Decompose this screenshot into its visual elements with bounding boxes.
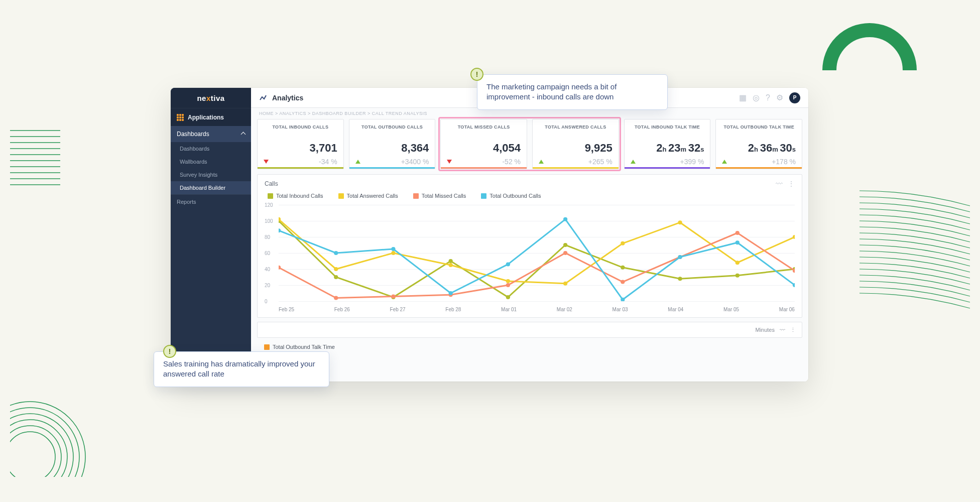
kpi-card[interactable]: TOTAL INBOUND CALLS3,701-34 % (257, 119, 344, 169)
kpi-card[interactable]: TOTAL ANSWERED CALLS9,925+265 % (532, 119, 619, 169)
data-point[interactable] (621, 241, 625, 245)
trend-up-icon (631, 160, 636, 164)
legend-item[interactable]: Total Answered Calls (338, 193, 398, 199)
kpi-card[interactable]: TOTAL OUTBOUND TALK TIME2h 36m 30s+178 % (715, 119, 802, 169)
data-point[interactable] (334, 296, 338, 300)
y-axis-tick: 40 (265, 267, 270, 272)
alert-icon: ! (470, 68, 483, 81)
trend-down-icon (264, 160, 269, 164)
view-icon[interactable]: ◎ (753, 93, 760, 102)
data-point[interactable] (678, 220, 682, 224)
data-point[interactable] (736, 261, 740, 265)
main-area: Analytics ▦ ◎ ? ⚙ P HOME > ANALYTICS > D… (251, 88, 808, 382)
data-point[interactable] (563, 282, 567, 286)
data-point[interactable] (449, 259, 453, 263)
sidebar-item-survey-insights[interactable]: Survey Insights (171, 168, 251, 181)
decor-arc (819, 10, 930, 85)
kpi-card[interactable]: TOTAL INBOUND TALK TIME2h 23m 32s+399 % (624, 119, 711, 169)
data-point[interactable] (449, 291, 453, 295)
trend-up-icon (722, 160, 727, 164)
callout-text: Sales training has dramatically improved… (163, 359, 315, 378)
kpi-title: TOTAL MISSED CALLS (447, 124, 521, 136)
legend-swatch (413, 193, 419, 199)
sidebar-item-dashboards[interactable]: Dashboards (171, 142, 251, 155)
data-point[interactable] (678, 277, 682, 281)
kpi-card[interactable]: TOTAL MISSED CALLS4,054-52 % (440, 119, 527, 169)
kpi-accent-bar (349, 167, 435, 169)
kpi-title: TOTAL INBOUND TALK TIME (631, 124, 704, 136)
kpi-card[interactable]: TOTAL OUTBOUND CALLS8,364+3400 % (349, 119, 436, 169)
data-point[interactable] (736, 240, 740, 244)
data-point[interactable] (736, 231, 740, 235)
data-point[interactable] (506, 262, 510, 266)
calls-chart-panel: Calls 〰 ⋮ Total Inbound CallsTotal Answe… (257, 174, 802, 318)
chart-type-icon[interactable]: 〰 (776, 180, 783, 188)
apps-grid-icon (177, 114, 184, 121)
data-point[interactable] (563, 243, 567, 247)
chart-legend: Total Inbound CallsTotal Answered CallsT… (265, 188, 795, 203)
kpi-delta-row: +178 % (722, 158, 796, 166)
kpi-accent-bar (533, 167, 619, 169)
data-point[interactable] (391, 251, 395, 255)
data-point[interactable] (621, 280, 625, 284)
y-axis-tick: 80 (265, 234, 270, 240)
series-line (279, 221, 795, 297)
data-point[interactable] (563, 251, 567, 255)
legend-item[interactable]: Total Missed Calls (413, 193, 466, 199)
brand-logo: nextiva (171, 88, 251, 108)
calendar-icon[interactable]: ▦ (739, 93, 747, 102)
data-point[interactable] (391, 247, 395, 251)
chevron-up-icon (241, 132, 246, 137)
sidebar-section-dashboards[interactable]: Dashboards (171, 126, 251, 142)
chart-menu-icon[interactable]: ⋮ (790, 327, 796, 333)
kpi-title: TOTAL ANSWERED CALLS (539, 124, 612, 136)
legend-label: Total Missed Calls (422, 193, 466, 199)
legend-item[interactable]: Total Outbound Calls (481, 193, 541, 199)
callout-marketing: ! The marketing campaign needs a bit of … (477, 74, 668, 110)
sidebar-applications[interactable]: Applications (171, 108, 251, 126)
sidebar-item-dashboard-builder[interactable]: Dashboard Builder (171, 181, 251, 194)
chart-menu-icon[interactable]: ⋮ (788, 180, 795, 188)
data-point[interactable] (678, 255, 682, 259)
svg-point-12 (10, 414, 73, 477)
chart-area: 020406080100120Feb 25Feb 26Feb 27Feb 28M… (265, 205, 795, 310)
minutes-label: Minutes (755, 327, 775, 333)
data-point[interactable] (334, 251, 338, 255)
kpi-delta: +3400 % (401, 158, 429, 166)
kpi-accent-bar (625, 167, 710, 169)
x-axis-tick: Feb 28 (445, 307, 461, 312)
kpi-delta-row: -52 % (447, 158, 521, 166)
y-axis-tick: 100 (265, 218, 273, 224)
kpi-accent-bar (716, 167, 802, 169)
legend-item[interactable]: Total Inbound Calls (268, 193, 323, 199)
sidebar: nextiva Applications Dashboards Dashboar… (171, 88, 251, 382)
data-point[interactable] (621, 266, 625, 270)
data-point[interactable] (506, 279, 510, 283)
kpi-value: 8,364 (355, 142, 429, 155)
legend-label: Total Outbound Talk Time (273, 344, 335, 350)
sidebar-reports-label: Reports (177, 199, 196, 205)
data-point[interactable] (391, 294, 395, 298)
sidebar-item-reports[interactable]: Reports (171, 194, 251, 208)
sidebar-item-wallboards[interactable]: Wallboards (171, 155, 251, 168)
data-point[interactable] (506, 283, 510, 287)
help-icon[interactable]: ? (766, 93, 770, 102)
data-point[interactable] (506, 295, 510, 299)
data-point[interactable] (334, 267, 338, 271)
kpi-delta-row: +265 % (539, 158, 612, 166)
chart-type-icon[interactable]: 〰 (780, 327, 785, 333)
x-axis-labels: Feb 25Feb 26Feb 27Feb 28Mar 01Mar 02Mar … (279, 307, 795, 312)
trend-down-icon (447, 160, 452, 164)
data-point[interactable] (334, 275, 338, 279)
data-point[interactable] (449, 263, 453, 267)
y-axis-tick: 60 (265, 250, 270, 256)
settings-icon[interactable]: ⚙ (776, 93, 783, 102)
x-axis-tick: Mar 05 (723, 307, 739, 312)
svg-point-10 (10, 402, 85, 477)
data-point[interactable] (736, 274, 740, 278)
kpi-value: 4,054 (447, 142, 521, 155)
x-axis-tick: Mar 03 (612, 307, 628, 312)
data-point[interactable] (563, 217, 567, 221)
user-avatar[interactable]: P (789, 92, 800, 103)
svg-point-11 (10, 408, 79, 477)
